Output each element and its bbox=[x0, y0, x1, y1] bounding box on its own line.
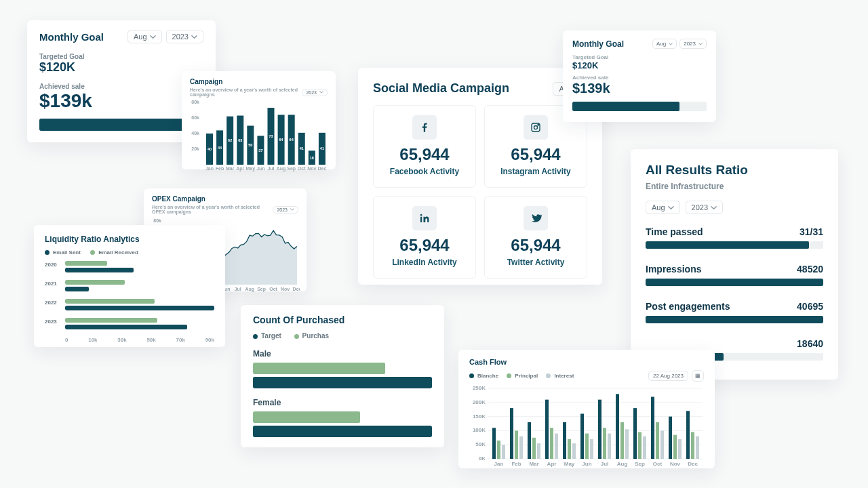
opex-subtitle: Here's an overview of a year's worth of … bbox=[152, 205, 273, 214]
svg-text:Oct: Oct bbox=[269, 287, 277, 291]
svg-rect-83 bbox=[550, 428, 553, 459]
svg-text:18: 18 bbox=[310, 156, 314, 160]
svg-text:Dec: Dec bbox=[688, 461, 698, 467]
campaign-subtitle: Here's an overview of a year's worth of … bbox=[190, 87, 302, 97]
svg-rect-79 bbox=[528, 422, 531, 459]
svg-rect-75 bbox=[502, 445, 505, 459]
svg-text:Nov: Nov bbox=[281, 287, 290, 291]
achieved-value: $139k bbox=[39, 90, 203, 112]
calendar-icon: ▦ bbox=[695, 373, 701, 379]
cash-flow-card: Cash Flow Blanche Principal Interest 22 … bbox=[458, 350, 715, 468]
svg-rect-95 bbox=[620, 422, 624, 459]
svg-rect-84 bbox=[555, 434, 558, 459]
svg-text:Mar: Mar bbox=[226, 166, 235, 171]
legend-dot-interest bbox=[546, 373, 551, 378]
svg-text:Aug: Aug bbox=[245, 287, 254, 292]
svg-text:40k: 40k bbox=[191, 131, 199, 136]
svg-rect-101 bbox=[656, 422, 659, 459]
month-select[interactable]: Aug bbox=[646, 201, 680, 214]
svg-rect-86 bbox=[568, 439, 571, 459]
legend-sent: Email Sent bbox=[53, 249, 81, 256]
legend-target: Target bbox=[261, 332, 281, 340]
svg-rect-77 bbox=[515, 430, 518, 459]
purchased-title: Count Of Purchased bbox=[253, 314, 432, 325]
svg-rect-59 bbox=[420, 217, 422, 222]
metric-value: 40695 bbox=[797, 301, 823, 312]
legend-dot-principal bbox=[507, 373, 511, 378]
svg-rect-93 bbox=[608, 434, 611, 459]
legend-principal: Principal bbox=[515, 373, 538, 379]
linkedin-tile[interactable]: 65,944 LinkedIn Activity bbox=[373, 196, 476, 279]
cash-flow-title: Cash Flow bbox=[469, 358, 704, 366]
legend-dot-target bbox=[253, 334, 258, 339]
calendar-button[interactable]: ▦ bbox=[692, 370, 704, 382]
female-label: Female bbox=[253, 398, 432, 407]
svg-text:Dec: Dec bbox=[317, 166, 326, 171]
metric-value: 18640 bbox=[797, 338, 823, 349]
svg-point-58 bbox=[538, 125, 539, 126]
legend-recv: Email Received bbox=[98, 249, 138, 256]
svg-text:50: 50 bbox=[248, 143, 252, 147]
liquidity-row: 2021 bbox=[45, 280, 214, 293]
svg-rect-106 bbox=[686, 411, 690, 459]
linkedin-value: 65,944 bbox=[377, 236, 472, 255]
liquidity-title: Liquidity Ratio Analytics bbox=[45, 235, 214, 244]
purchased-card: Count Of Purchased Target Purchas Male F… bbox=[241, 305, 444, 447]
svg-text:Sep: Sep bbox=[635, 461, 645, 467]
svg-rect-91 bbox=[598, 400, 601, 459]
facebook-label: Facebook Activity bbox=[377, 167, 472, 176]
svg-text:Feb: Feb bbox=[511, 461, 521, 467]
svg-text:41: 41 bbox=[320, 146, 324, 150]
legend-blanche: Blanche bbox=[477, 373, 498, 379]
monthly-goal-title: Monthly Goal bbox=[39, 31, 104, 43]
legend-dot-purchase bbox=[294, 334, 299, 339]
legend-purchase: Purchas bbox=[302, 332, 329, 340]
facebook-tile[interactable]: 65,944 Facebook Activity bbox=[373, 105, 476, 188]
year-select[interactable]: 2023 bbox=[686, 201, 723, 214]
year-select[interactable]: 2023 bbox=[679, 39, 707, 49]
svg-text:Oct: Oct bbox=[653, 461, 663, 467]
year-select[interactable]: 2023 bbox=[302, 89, 328, 96]
svg-rect-78 bbox=[519, 436, 523, 459]
svg-rect-89 bbox=[585, 434, 589, 459]
svg-rect-105 bbox=[678, 439, 682, 459]
svg-text:64: 64 bbox=[290, 138, 294, 142]
date-select[interactable]: 22 Aug 2023 bbox=[648, 371, 688, 381]
twitter-value: 65,944 bbox=[488, 236, 583, 255]
svg-rect-108 bbox=[696, 436, 699, 459]
year-select[interactable]: 2023 bbox=[273, 206, 298, 214]
svg-text:Jan: Jan bbox=[494, 461, 504, 467]
svg-text:Jun: Jun bbox=[582, 461, 591, 467]
svg-text:80k: 80k bbox=[191, 100, 199, 104]
svg-rect-97 bbox=[633, 408, 637, 459]
svg-text:37: 37 bbox=[258, 148, 262, 152]
twitter-label: Twitter Activity bbox=[488, 258, 583, 267]
svg-rect-92 bbox=[603, 428, 606, 459]
chevron-down-icon bbox=[319, 90, 323, 94]
campaign-title: Campaign bbox=[190, 78, 328, 85]
month-select[interactable]: Aug bbox=[127, 30, 162, 43]
svg-text:May: May bbox=[246, 166, 256, 171]
social-title: Social Media Campaign bbox=[373, 81, 509, 96]
year-select[interactable]: 2023 bbox=[166, 30, 203, 43]
svg-rect-85 bbox=[563, 422, 566, 459]
svg-text:Aug: Aug bbox=[617, 461, 628, 467]
svg-text:100K: 100K bbox=[473, 427, 486, 433]
svg-rect-76 bbox=[510, 408, 513, 459]
liquidity-row: 2022 bbox=[45, 299, 214, 312]
svg-text:May: May bbox=[564, 461, 575, 467]
svg-rect-87 bbox=[572, 443, 576, 459]
svg-text:62: 62 bbox=[228, 138, 232, 142]
svg-text:73: 73 bbox=[269, 134, 273, 138]
svg-text:Mar: Mar bbox=[529, 461, 538, 467]
chevron-down-icon bbox=[698, 42, 703, 46]
svg-text:Feb: Feb bbox=[216, 166, 224, 171]
chevron-down-icon bbox=[668, 205, 674, 211]
svg-text:Jul: Jul bbox=[267, 166, 274, 171]
twitter-tile[interactable]: 65,944 Twitter Activity bbox=[484, 196, 587, 279]
svg-text:250K: 250K bbox=[473, 385, 486, 391]
metric-label: Time passed bbox=[646, 226, 703, 237]
month-select[interactable]: Aug bbox=[652, 39, 677, 49]
results-subtitle: Entire Infrastructure bbox=[646, 182, 823, 191]
svg-text:0K: 0K bbox=[479, 455, 486, 462]
